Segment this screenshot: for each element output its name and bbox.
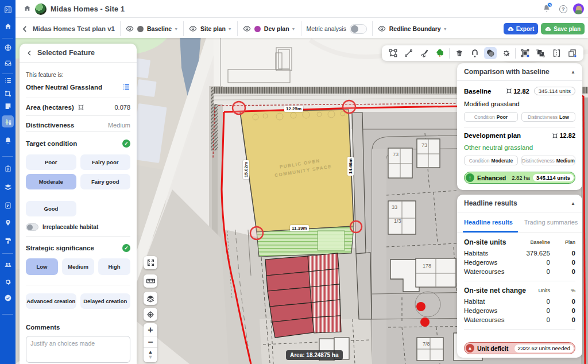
svg-text:73: 73 — [393, 152, 399, 157]
svg-text:33: 33 — [392, 204, 397, 210]
svg-text:178: 178 — [423, 263, 431, 269]
svg-text:1/3: 1/3 — [394, 218, 401, 224]
svg-text:7/8: 7/8 — [423, 341, 430, 347]
svg-text:73: 73 — [421, 142, 427, 148]
